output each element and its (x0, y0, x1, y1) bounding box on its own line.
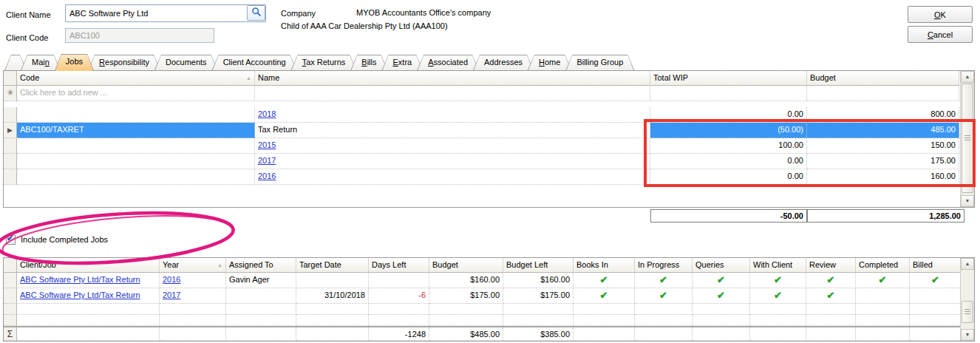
year-link[interactable]: 2017 (163, 291, 180, 299)
tab-strip: Main Jobs Responsibility Documents Clien… (4, 54, 634, 70)
empty-row (4, 304, 974, 315)
tab-addresses[interactable]: Addresses (473, 55, 534, 70)
client-job-link[interactable]: ABC Software Pty Ltd/Tax Return (20, 291, 140, 299)
status-grid-header-row: Client/Job Year▲ Assigned To Target Date… (4, 258, 974, 273)
company-label: Company (281, 8, 316, 18)
check-icon: ✔ (600, 274, 608, 285)
tab-main[interactable]: Main (21, 55, 61, 70)
column-header-in-progress[interactable]: In Progress (635, 258, 693, 273)
column-header-budget[interactable]: Budget (429, 258, 503, 273)
empty-row (4, 315, 974, 326)
check-icon: ✔ (774, 274, 782, 285)
job-link[interactable]: 2018 (258, 109, 276, 118)
add-new-row[interactable]: ✳ Click here to add new ... (4, 86, 974, 101)
new-row-marker-icon: ✳ (4, 86, 17, 101)
client-search-button[interactable] (247, 5, 265, 21)
cancel-button-mnemonic: C (928, 30, 933, 39)
job-code-cell[interactable]: ABC100/TAXRET (17, 123, 255, 138)
column-header-year[interactable]: Year▲ (160, 258, 226, 273)
client-code-label: Client Code (6, 33, 48, 43)
sort-ascending-icon: ▲ (246, 71, 251, 85)
client-code-input (65, 28, 214, 43)
scroll-up-icon: ▲ (965, 261, 970, 266)
check-icon: ✔ (827, 274, 835, 285)
ok-button[interactable]: OK (908, 6, 973, 23)
job-link[interactable]: 2016 (258, 172, 276, 180)
year-link[interactable]: 2016 (163, 275, 180, 284)
status-row-2016[interactable]: ABC Software Pty Ltd/Tax Return 2016 Gav… (4, 273, 974, 288)
company-parent-value: Child of AAA Car Dealership Pty Ltd (AAA… (281, 21, 448, 30)
cancel-button[interactable]: Cancel (908, 26, 973, 43)
client-name-input[interactable] (65, 4, 266, 22)
column-header-code[interactable]: Code▲ (17, 71, 255, 86)
column-header-assigned-to[interactable]: Assigned To (226, 258, 296, 273)
scroll-down-button[interactable]: ▼ (961, 329, 974, 341)
check-icon: ✔ (774, 290, 782, 301)
scroll-grip-icon (964, 309, 970, 315)
scroll-thumb[interactable] (962, 301, 973, 323)
tab-documents[interactable]: Documents (154, 55, 218, 70)
scroll-down-icon: ▼ (965, 332, 970, 337)
job-link[interactable]: 2015 (258, 140, 276, 149)
check-icon: ✔ (879, 274, 887, 285)
column-header-label: Total WIP (653, 71, 688, 85)
budget-left-total: $385.00 (503, 327, 574, 341)
tab-associated[interactable]: Associated (417, 55, 479, 70)
column-header-label: Name (258, 71, 279, 85)
column-header-billed[interactable]: Billed (910, 258, 962, 273)
column-header-name[interactable]: Name (255, 71, 650, 86)
column-header-days-left[interactable]: Days Left (369, 258, 429, 273)
status-row-2017[interactable]: ABC Software Pty Ltd/Tax Return 2017 31/… (4, 288, 974, 304)
job-link[interactable]: 2017 (258, 156, 276, 165)
tab-home[interactable]: Home (528, 55, 571, 70)
scroll-down-button[interactable]: ▼ (961, 195, 974, 207)
status-grid-scrollbar[interactable]: ▲ ▼ (960, 258, 974, 341)
job-name-cell[interactable]: Tax Return (255, 123, 650, 138)
search-icon (251, 7, 262, 19)
column-header-budget-left[interactable]: Budget Left (503, 258, 574, 273)
column-header-review[interactable]: Review (806, 258, 856, 273)
group-spacer (4, 101, 974, 107)
column-header-total-wip[interactable]: Total WIP (650, 71, 807, 86)
tab-tax-returns[interactable]: Tax Returns (291, 55, 357, 70)
summary-row: Σ -1248 $485.00 $385.00 (4, 326, 974, 341)
tab-billing-group[interactable]: Billing Group (565, 55, 634, 70)
column-header-target-date[interactable]: Target Date (296, 258, 369, 273)
client-job-link[interactable]: ABC Software Pty Ltd/Tax Return (20, 275, 140, 284)
scroll-down-icon: ▼ (965, 198, 970, 203)
tab-jobs[interactable]: Jobs (55, 54, 94, 71)
include-completed-jobs-checkbox[interactable]: ✔ (6, 235, 16, 245)
budget-sum: 1,285.00 (807, 209, 964, 223)
sum-sigma-icon: Σ (4, 327, 17, 341)
ok-button-label: K (941, 10, 946, 19)
include-completed-jobs-label: Include Completed Jobs (21, 235, 108, 245)
tab-bills[interactable]: Bills (350, 55, 387, 70)
check-icon: ✔ (717, 274, 725, 285)
add-new-cell[interactable]: Click here to add new ... (17, 86, 255, 101)
client-name-label: Client Name (6, 10, 51, 20)
tab-extra[interactable]: Extra (382, 55, 423, 70)
days-left-total: -1248 (369, 327, 429, 341)
column-header-label: Code (20, 71, 39, 85)
scroll-up-button[interactable]: ▲ (961, 258, 974, 270)
budget-total: $485.00 (429, 327, 503, 341)
column-header-client-job[interactable]: Client/Job (17, 258, 160, 273)
row-selector-header (4, 71, 17, 86)
column-header-budget[interactable]: Budget (807, 71, 959, 86)
total-wip-sum: -50.00 (650, 209, 807, 223)
jobs-grid-header-row: Code▲ Name Total WIP Budget (4, 71, 974, 86)
row-selector-header (4, 258, 17, 273)
check-icon: ✔ (600, 290, 608, 301)
check-icon: ✔ (827, 290, 835, 301)
scroll-up-icon: ▲ (965, 74, 970, 79)
check-icon: ✔ (659, 274, 667, 285)
tab-client-accounting[interactable]: Client Accounting (212, 55, 297, 70)
column-header-books-in[interactable]: Books In (574, 258, 635, 273)
column-header-completed[interactable]: Completed (856, 258, 910, 273)
column-header-queries[interactable]: Queries (693, 258, 750, 273)
scroll-up-button[interactable]: ▲ (961, 71, 974, 83)
cancel-button-label: ancel (933, 30, 953, 39)
tab-responsibility[interactable]: Responsibility (88, 55, 160, 70)
column-header-with-client[interactable]: With Client (750, 258, 806, 273)
checkbox-check-icon: ✔ (7, 234, 13, 243)
